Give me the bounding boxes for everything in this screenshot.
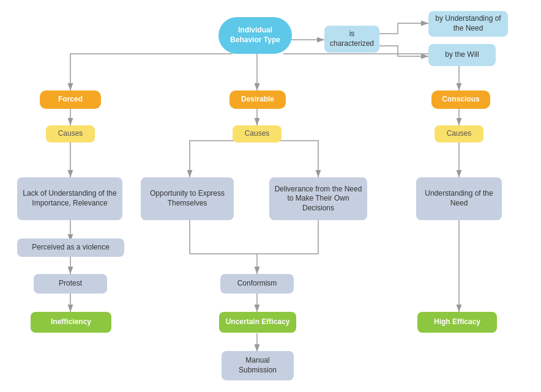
causes2-label: Causes xyxy=(245,129,270,139)
perceived-violence-node: Perceived as a violence xyxy=(17,239,124,257)
lack-understanding-node: Lack of Understanding of the Importance,… xyxy=(17,177,122,220)
by-understanding-node: by Understanding of the Need xyxy=(428,11,508,37)
perceived-violence-label: Perceived as a violence xyxy=(32,243,110,253)
manual-submission-node: Manual Submission xyxy=(222,351,294,380)
opportunity-label: Opportunity to Express Themselves xyxy=(146,189,229,208)
causes1-node: Causes xyxy=(46,125,95,142)
forced-node: Forced xyxy=(40,91,101,109)
is-characterized-node: is characterized xyxy=(324,26,379,53)
individual-behavior-label: Individual Behavior Type xyxy=(223,26,287,45)
by-understanding-label: by Understanding of the Need xyxy=(433,14,503,33)
high-efficacy-node: High Efficacy xyxy=(417,312,497,333)
desirable-label: Desirable xyxy=(241,95,274,105)
high-efficacy-label: High Efficacy xyxy=(434,317,480,327)
protest-node: Protest xyxy=(34,274,107,294)
lack-understanding-label: Lack of Understanding of the Importance,… xyxy=(22,189,118,208)
inefficiency-label: Inefficiency xyxy=(51,317,91,327)
causes3-node: Causes xyxy=(435,125,483,142)
is-characterized-label: is characterized xyxy=(329,29,375,48)
opportunity-node: Opportunity to Express Themselves xyxy=(141,177,234,220)
conscious-label: Conscious xyxy=(442,95,479,105)
causes3-label: Causes xyxy=(447,129,472,139)
conformism-label: Conformism xyxy=(237,279,277,289)
understanding-need-node: Understanding of the Need xyxy=(416,177,502,220)
individual-behavior-node: Individual Behavior Type xyxy=(218,17,292,54)
uncertain-efficacy-node: Uncertain Efficacy xyxy=(219,312,296,333)
uncertain-efficacy-label: Uncertain Efficacy xyxy=(226,317,290,327)
desirable-node: Desirable xyxy=(229,91,286,109)
by-will-label: by the Will xyxy=(445,50,479,60)
inefficiency-node: Inefficiency xyxy=(31,312,111,333)
forced-label: Forced xyxy=(58,95,83,105)
causes1-label: Causes xyxy=(58,129,83,139)
by-will-node: by the Will xyxy=(428,44,496,66)
conscious-node: Conscious xyxy=(431,91,490,109)
deliverance-node: Deliverance from the Need to Make Their … xyxy=(269,177,367,220)
conformism-node: Conformism xyxy=(220,274,294,294)
causes2-node: Causes xyxy=(233,125,282,142)
diagram: Individual Behavior Type is characterize… xyxy=(0,0,541,392)
deliverance-label: Deliverance from the Need to Make Their … xyxy=(274,185,362,213)
manual-submission-label: Manual Submission xyxy=(226,356,289,375)
understanding-need-label: Understanding of the Need xyxy=(421,189,497,208)
protest-label: Protest xyxy=(59,279,82,289)
